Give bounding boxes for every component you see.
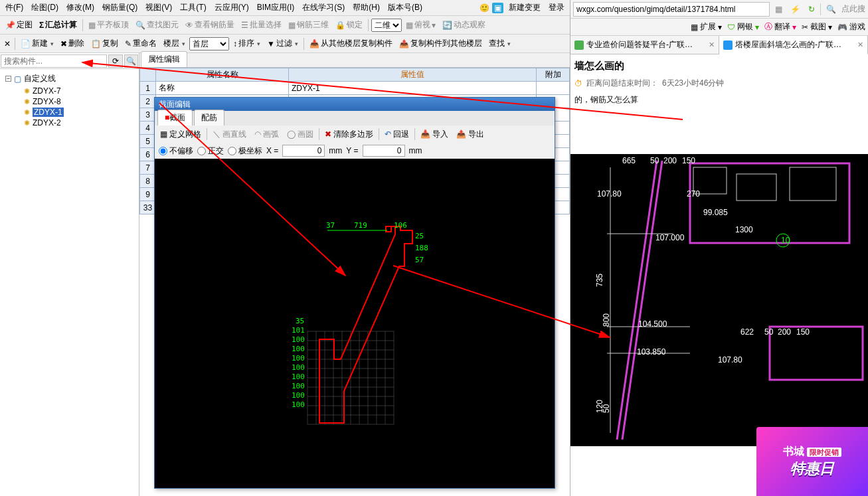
- tb-delete[interactable]: ✖ 删除: [58, 37, 87, 50]
- tb-orbit[interactable]: 🔄 动态观察: [440, 18, 488, 32]
- tb-define-grid[interactable]: ▦ 定义网格: [157, 127, 204, 141]
- radio-polar[interactable]: 极坐标: [228, 145, 262, 157]
- promo-banner[interactable]: 书城限时促销 特惠日: [756, 427, 868, 496]
- floor-select[interactable]: 首层: [189, 37, 229, 50]
- tb-arc[interactable]: ◠ 画弧: [252, 127, 282, 141]
- box-icon[interactable]: ▣: [492, 3, 503, 13]
- menu-help[interactable]: 帮助(H): [350, 1, 383, 15]
- prop-name[interactable]: 名称: [156, 82, 289, 95]
- tree-folder[interactable]: − ▢ 自定义线: [3, 72, 136, 86]
- view-mode-select[interactable]: 二维: [371, 19, 402, 32]
- tb-rename[interactable]: ✎ 重命名: [122, 37, 159, 50]
- tb-copy-from[interactable]: 📥 从其他楼层复制构件: [307, 37, 395, 50]
- menu-version[interactable]: 版本号(B): [385, 1, 425, 15]
- tree-node[interactable]: ✺ZDYX-2: [3, 118, 136, 128]
- tree-node[interactable]: ✺ZDYX-7: [3, 86, 136, 96]
- toolbar-1: 📌定图 Σ 汇总计算 ▦ 平齐板顶 🔍 查找图元 👁 查看钢筋量 ☰ 批量选择 …: [0, 16, 570, 35]
- tb-lock[interactable]: 🔒 锁定: [333, 18, 365, 32]
- menu-learn[interactable]: 在线学习(S): [300, 1, 347, 15]
- menu-cloud[interactable]: 云应用(Y): [212, 1, 252, 15]
- menu-modify[interactable]: 修改(M): [64, 1, 97, 15]
- search-icon[interactable]: 🔍: [824, 3, 839, 15]
- col-extra[interactable]: 附加: [537, 68, 570, 82]
- tab-close-icon[interactable]: ✕: [857, 41, 863, 49]
- menu-view[interactable]: 视图(V): [143, 1, 175, 15]
- col-name[interactable]: 属性名称: [156, 68, 289, 82]
- reload-icon[interactable]: ↻: [806, 3, 818, 15]
- tb-view-rebar[interactable]: 👁 查看钢筋量: [183, 18, 237, 32]
- search-clear-icon[interactable]: ⟳: [108, 54, 123, 68]
- tb-floor[interactable]: 楼层: [161, 37, 188, 50]
- new-change[interactable]: 新建变更: [506, 1, 543, 15]
- dialog-title[interactable]: 截面编辑: [155, 98, 555, 111]
- tb-pin[interactable]: 📌定图: [3, 18, 35, 32]
- browser-tab[interactable]: 专业造价问题答疑平台-广联… ✕: [570, 36, 719, 54]
- tab-close-icon[interactable]: ✕: [709, 41, 715, 49]
- menu-tools[interactable]: 工具(T): [177, 1, 209, 15]
- menu-file[interactable]: 件(F): [3, 1, 26, 15]
- separator: [304, 38, 304, 50]
- y-input[interactable]: [363, 145, 405, 157]
- tb-sum-icon[interactable]: Σ 汇总计算: [37, 18, 80, 32]
- tb-circle[interactable]: ◯ 画圆: [284, 127, 316, 141]
- search-go-icon[interactable]: 🔍: [124, 54, 139, 68]
- ext-translate[interactable]: Ⓐ 翻译 ▾: [764, 21, 796, 33]
- ext-bank[interactable]: 🛡 网银 ▾: [727, 21, 759, 33]
- tb-flat-top[interactable]: ▦ 平齐板顶: [86, 18, 131, 32]
- svg-text:25: 25: [415, 232, 424, 240]
- compat-icon[interactable]: ▦: [772, 3, 785, 15]
- tb-find-elem[interactable]: 🔍 查找图元: [133, 18, 181, 32]
- url-input[interactable]: [573, 2, 770, 17]
- prop-value[interactable]: ZDYX-1: [289, 82, 537, 95]
- tree-node-selected[interactable]: ✺ZDYX-1: [3, 107, 136, 118]
- tb-undo[interactable]: ↶ 回退: [382, 127, 412, 141]
- search-placeholder[interactable]: 点此搜: [841, 3, 865, 15]
- row-num: 6: [140, 148, 156, 161]
- prop-tabstrip: 属性编辑: [139, 53, 570, 68]
- menu-bim[interactable]: BIM应用(I): [254, 1, 298, 15]
- browser-tab-active[interactable]: 塔楼屋面斜墙怎么画的-广联… ✕: [719, 36, 868, 54]
- bullet-icon: ✺: [24, 98, 30, 106]
- tb-line[interactable]: ＼ 画直线: [210, 127, 249, 141]
- menu-rebar[interactable]: 钢筋量(Q): [100, 1, 140, 15]
- x-input[interactable]: [282, 145, 325, 157]
- tree-node[interactable]: ✺ZDYX-8: [3, 96, 136, 107]
- tab-properties[interactable]: 属性编辑: [141, 51, 187, 67]
- tb-copy[interactable]: 📋 复制: [88, 37, 121, 50]
- ext-screenshot[interactable]: ✂ 截图 ▾: [802, 21, 832, 33]
- tb-new[interactable]: 📄 新建: [18, 37, 56, 50]
- radio-ortho[interactable]: 正交: [197, 145, 224, 157]
- svg-text:150: 150: [796, 327, 810, 337]
- tb-topview[interactable]: ▦ 俯视 ▾: [403, 18, 438, 32]
- tb-import[interactable]: 📥 导入: [418, 127, 451, 141]
- clock-icon: ⏱: [574, 79, 582, 88]
- col-value[interactable]: 属性值: [289, 68, 537, 82]
- lightning-icon[interactable]: ⚡: [788, 3, 803, 15]
- tb-rebar-3d[interactable]: ▦ 钢筋三维: [286, 18, 331, 32]
- svg-text:50: 50: [650, 156, 659, 165]
- radio-no-offset[interactable]: 不偏移: [159, 145, 193, 157]
- tab-section[interactable]: ■截面: [157, 110, 193, 125]
- tb-export[interactable]: 📤 导出: [454, 127, 487, 141]
- face-icon[interactable]: 🙂: [479, 3, 489, 13]
- close-icon[interactable]: ✕: [3, 38, 12, 50]
- ext-expand[interactable]: ▦ 扩展 ▾: [691, 21, 722, 33]
- tb-copy-to[interactable]: 📤 复制构件到其他楼层: [396, 37, 485, 50]
- login-link[interactable]: 登录: [546, 1, 567, 15]
- tb-find[interactable]: 查找: [486, 37, 513, 50]
- dialog-toolbar: ▦ 定义网格 ＼ 画直线 ◠ 画弧 ◯ 画圆 ✖ 清除多边形 ↶ 回退 📥 导入…: [155, 125, 555, 143]
- section-canvas[interactable]: 37 719 106 25 188 57 35 101 100 100 100 …: [155, 159, 555, 488]
- svg-line-37: [622, 161, 662, 440]
- tb-sort[interactable]: ↕ 排序: [230, 37, 263, 50]
- menu-draw[interactable]: 绘图(D): [29, 1, 61, 15]
- svg-rect-46: [790, 167, 836, 201]
- prop-extra[interactable]: [537, 82, 570, 95]
- tb-batch-sel[interactable]: ☰ 批量选择: [238, 18, 284, 32]
- ext-games[interactable]: 🎮 游戏: [837, 21, 865, 33]
- collapse-icon[interactable]: −: [5, 76, 11, 82]
- search-input[interactable]: [1, 54, 107, 68]
- separator: [368, 19, 369, 31]
- tb-clear[interactable]: ✖ 清除多边形: [322, 127, 376, 141]
- tb-filter[interactable]: ▼ 过滤: [264, 37, 301, 50]
- tab-rebar[interactable]: 配筋: [194, 110, 224, 125]
